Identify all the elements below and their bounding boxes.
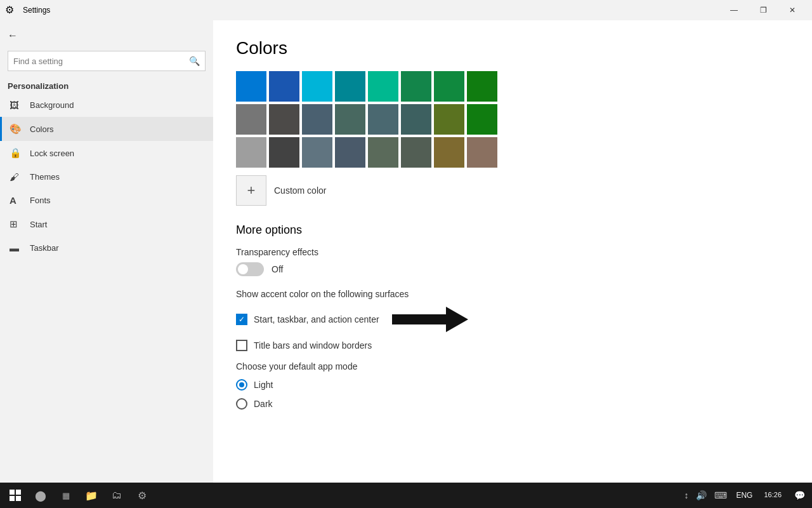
color-swatch[interactable]: [335, 137, 365, 168]
app-mode-label: Choose your default app mode: [236, 361, 789, 371]
arrow-annotation: [392, 307, 468, 332]
minimize-button[interactable]: —: [719, 0, 749, 20]
color-swatch[interactable]: [269, 137, 299, 168]
sidebar-item-fonts-label: Fonts: [30, 196, 51, 205]
color-swatch[interactable]: [434, 137, 464, 168]
custom-color-button[interactable]: + Custom color: [236, 175, 789, 206]
lock-screen-icon: 🔒: [10, 147, 22, 159]
sidebar-item-start[interactable]: ⊞ Start: [0, 212, 213, 236]
fonts-icon: A: [10, 195, 22, 206]
light-label: Light: [254, 380, 273, 390]
taskbar-system-tray: ↕ 🔊 ⌨ ENG 16:26 💬: [681, 483, 809, 508]
start-taskbar-checkbox[interactable]: [236, 314, 247, 325]
sidebar-item-background[interactable]: 🖼 Background: [0, 93, 213, 117]
title-bar-controls: — ❐ ✕: [719, 0, 807, 20]
search-box[interactable]: 🔍: [8, 51, 206, 71]
color-swatch[interactable]: [269, 104, 299, 135]
restore-button[interactable]: ❐: [749, 0, 778, 20]
settings-taskbar-icon: ⚙: [138, 490, 147, 502]
color-swatch[interactable]: [467, 137, 497, 168]
themes-icon: 🖌: [10, 171, 22, 182]
color-swatch[interactable]: [269, 71, 299, 102]
sidebar-section-title: Personalization: [0, 76, 213, 93]
windows-logo-icon: [10, 490, 21, 501]
plus-icon: +: [247, 182, 256, 199]
clock-time: 16:26: [764, 490, 782, 500]
light-radio[interactable]: [236, 379, 247, 391]
sidebar-item-themes[interactable]: 🖌 Themes: [0, 165, 213, 189]
file-explorer-button[interactable]: 📁: [79, 483, 104, 508]
transparency-label: Transparency effects: [236, 247, 789, 257]
color-swatch[interactable]: [236, 71, 266, 102]
custom-color-label: Custom color: [274, 185, 326, 196]
color-swatch[interactable]: [368, 137, 398, 168]
sidebar-item-lock-screen[interactable]: 🔒 Lock screen: [0, 141, 213, 165]
cortana-icon: ⬤: [35, 490, 46, 502]
color-swatch[interactable]: [335, 104, 365, 135]
color-swatch[interactable]: [236, 137, 266, 168]
file-explorer-icon: 📁: [85, 490, 98, 502]
page-title: Colors: [236, 38, 789, 58]
taskbar: ⬤ ▦ 📁 🗂 ⚙ ↕ 🔊 ⌨ ENG 16:26 💬: [0, 483, 812, 508]
title-bars-label: Title bars and window borders: [254, 340, 372, 351]
start-button[interactable]: [3, 483, 28, 508]
color-swatch[interactable]: [467, 104, 497, 135]
color-swatch[interactable]: [401, 71, 431, 102]
checkbox-row-start-taskbar: Start, taskbar, and action center: [236, 314, 379, 325]
settings-button[interactable]: ⚙: [129, 483, 155, 508]
notification-button[interactable]: 💬: [789, 483, 809, 508]
checkbox-row-title-bars: Title bars and window borders: [236, 340, 789, 351]
taskbar-icon: ▬: [10, 243, 22, 253]
color-swatch[interactable]: [335, 71, 365, 102]
arrow-icon: [392, 307, 468, 332]
color-swatch[interactable]: [302, 137, 332, 168]
radio-row-light: Light: [236, 379, 789, 391]
more-options-title: More options: [236, 224, 789, 237]
volume-icon[interactable]: 🔊: [693, 490, 709, 500]
browser-button[interactable]: 🗂: [104, 483, 129, 508]
main-layout: ← 🔍 Personalization 🖼 Background 🎨 Color…: [0, 20, 812, 483]
custom-color-box-icon: +: [236, 175, 266, 206]
back-button[interactable]: ←: [0, 20, 213, 51]
color-swatch[interactable]: [368, 71, 398, 102]
color-swatch[interactable]: [236, 104, 266, 135]
language-indicator[interactable]: ENG: [732, 491, 756, 500]
color-swatch[interactable]: [401, 137, 431, 168]
dark-label: Dark: [254, 399, 273, 409]
sidebar-item-fonts[interactable]: A Fonts: [0, 189, 213, 212]
color-swatch[interactable]: [368, 104, 398, 135]
sidebar: ← 🔍 Personalization 🖼 Background 🎨 Color…: [0, 20, 213, 483]
color-swatch[interactable]: [302, 104, 332, 135]
svg-marker-0: [392, 307, 468, 332]
network-icon[interactable]: ↕: [681, 490, 691, 500]
notification-icon: 💬: [794, 490, 805, 500]
color-swatch[interactable]: [434, 71, 464, 102]
color-swatch[interactable]: [434, 104, 464, 135]
dark-radio[interactable]: [236, 398, 247, 410]
task-view-icon: ▦: [62, 491, 70, 500]
title-bars-checkbox[interactable]: [236, 340, 247, 351]
color-swatch[interactable]: [302, 71, 332, 102]
sidebar-item-colors[interactable]: 🎨 Colors: [0, 117, 213, 141]
start-icon: ⊞: [10, 218, 22, 230]
search-icon: 🔍: [189, 56, 200, 66]
search-input[interactable]: [13, 57, 189, 66]
title-bar-title: Settings: [23, 6, 719, 15]
colors-icon: 🎨: [10, 123, 22, 135]
color-swatch[interactable]: [467, 71, 497, 102]
sidebar-item-taskbar[interactable]: ▬ Taskbar: [0, 236, 213, 260]
transparency-toggle-row: Off: [236, 262, 789, 276]
start-taskbar-label: Start, taskbar, and action center: [254, 314, 379, 324]
transparency-toggle[interactable]: [236, 262, 264, 276]
color-swatch[interactable]: [401, 104, 431, 135]
keyboard-icon: ⌨: [712, 490, 730, 500]
cortana-button[interactable]: ⬤: [28, 483, 53, 508]
color-grid: [236, 71, 789, 168]
settings-icon: ⚙: [5, 4, 18, 17]
sidebar-item-start-label: Start: [30, 220, 47, 229]
sidebar-item-background-label: Background: [30, 100, 74, 110]
task-view-button[interactable]: ▦: [53, 483, 79, 508]
close-button[interactable]: ✕: [778, 0, 807, 20]
taskbar-clock[interactable]: 16:26: [759, 490, 787, 500]
accent-color-section-label: Show accent color on the following surfa…: [236, 289, 789, 299]
